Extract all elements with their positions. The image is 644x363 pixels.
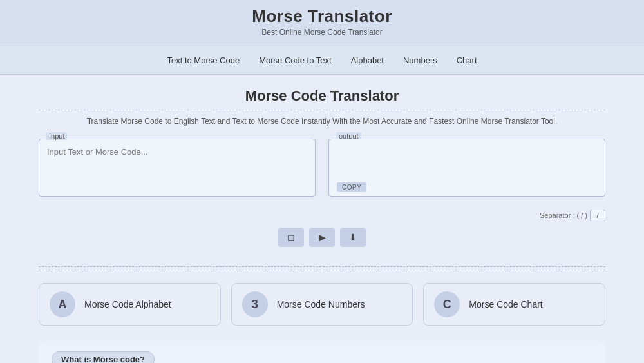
chart-icon: C xyxy=(434,291,460,317)
output-wrapper: output COPY xyxy=(328,139,605,199)
nav-alphabet[interactable]: Alphabet xyxy=(351,55,384,65)
input-label: Input xyxy=(46,132,67,140)
divider-2 xyxy=(39,270,605,270)
alphabet-card[interactable]: A Morse Code Alphabet xyxy=(39,283,221,326)
play-icon: ▶ xyxy=(319,232,326,242)
nav-text-to-morse[interactable]: Text to Morse Code xyxy=(167,55,240,65)
download-button[interactable]: ⬇ xyxy=(340,228,366,247)
header: Morse Translator Best Online Morse Code … xyxy=(0,0,644,46)
chart-card[interactable]: C Morse Code Chart xyxy=(423,283,605,326)
section-dividers xyxy=(39,266,605,270)
divider-1 xyxy=(39,266,605,267)
nav-chart[interactable]: Chart xyxy=(457,55,477,65)
page-title: Morse Code Translator xyxy=(39,88,605,104)
info-section: What is Morse code? Morse code is a codi… xyxy=(39,341,605,363)
numbers-card[interactable]: 3 Morse Code Numbers xyxy=(231,283,413,326)
input-wrapper: Input xyxy=(39,139,316,199)
site-title: Morse Translator xyxy=(0,6,644,26)
nav-morse-to-text[interactable]: Morse Code to Text xyxy=(259,55,331,65)
category-cards: A Morse Code Alphabet 3 Morse Code Numbe… xyxy=(39,283,605,326)
alphabet-label: Morse Code Alphabet xyxy=(84,299,171,309)
main-content: Morse Code Translator Translate Morse Co… xyxy=(0,75,644,363)
separator-label: Separator : ( / ) xyxy=(540,211,587,219)
numbers-label: Morse Code Numbers xyxy=(277,299,365,309)
output-box: COPY xyxy=(328,139,605,197)
section-description: Translate Morse Code to English Text and… xyxy=(39,117,605,126)
stop-button[interactable]: ◻ xyxy=(278,228,304,247)
main-nav: Text to Morse Code Morse Code to Text Al… xyxy=(0,46,644,75)
download-icon: ⬇ xyxy=(349,232,357,242)
nav-numbers[interactable]: Numbers xyxy=(403,55,437,65)
play-button[interactable]: ▶ xyxy=(309,228,335,247)
input-textarea[interactable] xyxy=(39,139,316,197)
separator-input[interactable] xyxy=(590,210,605,221)
separator-row: Separator : ( / ) xyxy=(39,210,605,221)
top-divider xyxy=(39,110,605,110)
info-badge: What is Morse code? xyxy=(52,351,155,363)
site-subtitle: Best Online Morse Code Translator xyxy=(0,28,644,37)
translator-area: Input output COPY xyxy=(39,139,605,199)
stop-icon: ◻ xyxy=(287,232,295,242)
copy-button[interactable]: COPY xyxy=(337,182,366,192)
alphabet-icon: A xyxy=(50,291,75,317)
chart-label: Morse Code Chart xyxy=(469,299,542,309)
numbers-icon: 3 xyxy=(242,291,268,317)
control-buttons: ◻ ▶ ⬇ xyxy=(39,228,605,247)
